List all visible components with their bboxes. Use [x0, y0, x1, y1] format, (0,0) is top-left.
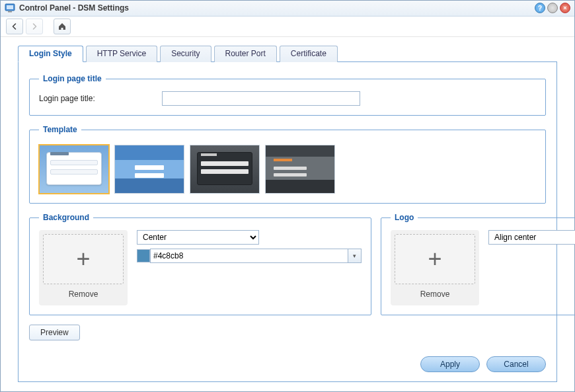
plus-icon: + [428, 247, 441, 271]
window-title: Control Panel - DSM Settings [19, 3, 535, 13]
tab-http-service[interactable]: HTTP Service [86, 46, 157, 62]
background-color-input[interactable] [150, 249, 348, 263]
template-legend: Template [39, 125, 81, 134]
tabstrip: Login Style HTTP Service Security Router… [18, 45, 557, 62]
logo-legend: Logo [391, 213, 418, 222]
logo-upload-dropzone[interactable]: + [395, 234, 475, 284]
tab-security[interactable]: Security [160, 46, 211, 62]
footer-actions: Apply Cancel [29, 350, 546, 372]
login-title-group: Login page title Login page title: [29, 74, 546, 116]
logo-align-select[interactable]: Align center [488, 230, 575, 245]
login-title-label: Login page title: [39, 94, 158, 103]
template-option-2[interactable] [114, 145, 184, 194]
background-remove-button[interactable]: Remove [43, 288, 124, 301]
logo-remove-button[interactable]: Remove [395, 288, 475, 301]
login-title-input[interactable] [162, 91, 360, 106]
svg-rect-1 [7, 5, 13, 9]
apply-button[interactable]: Apply [420, 356, 480, 372]
app-icon [5, 3, 15, 13]
template-group: Template [29, 125, 546, 204]
preview-button[interactable]: Preview [29, 325, 80, 340]
background-group: Background + Remove Center [29, 213, 371, 315]
logo-group: Logo + Remove Align center [381, 213, 575, 315]
background-color-swatch[interactable] [137, 249, 150, 262]
back-button[interactable] [6, 19, 23, 34]
login-title-legend: Login page title [39, 74, 106, 83]
tab-router-port[interactable]: Router Port [214, 46, 277, 62]
window-frame: Control Panel - DSM Settings ? × Login S… [0, 0, 575, 392]
background-legend: Background [39, 213, 93, 222]
template-option-4[interactable] [265, 145, 335, 194]
help-button[interactable]: ? [535, 3, 545, 13]
titlebar: Control Panel - DSM Settings ? × [1, 1, 574, 17]
tab-login-style[interactable]: Login Style [18, 46, 83, 62]
close-button[interactable]: × [560, 3, 570, 13]
home-button[interactable] [54, 19, 71, 34]
background-uploader: + Remove [39, 230, 128, 305]
content-area: Login Style HTTP Service Security Router… [1, 37, 574, 391]
plus-icon: + [76, 247, 90, 271]
nav-toolbar [1, 17, 574, 37]
template-option-3[interactable] [190, 145, 260, 194]
background-upload-dropzone[interactable]: + [43, 234, 124, 284]
template-option-1[interactable] [39, 145, 109, 194]
logo-uploader: + Remove [391, 230, 479, 305]
tab-panel: Login page title Login page title: Templ… [18, 62, 557, 382]
minimize-button[interactable] [547, 3, 558, 13]
background-position-select[interactable]: Center [137, 230, 259, 245]
svg-rect-2 [8, 11, 12, 13]
cancel-button[interactable]: Cancel [486, 356, 546, 372]
forward-button[interactable] [26, 19, 43, 34]
tab-certificate[interactable]: Certificate [280, 46, 338, 62]
background-color-dropdown-button[interactable]: ▾ [348, 249, 362, 263]
